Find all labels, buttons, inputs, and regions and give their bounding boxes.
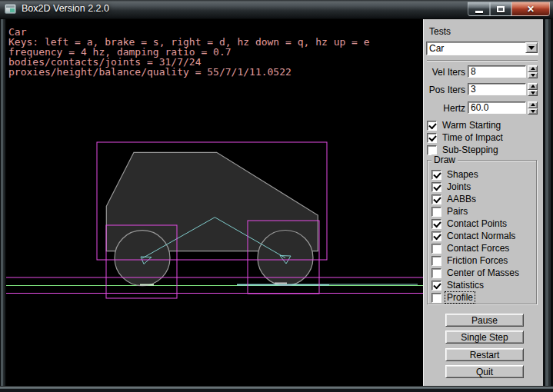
checkbox-sub-stepping[interactable]: Sub-Stepping bbox=[427, 145, 500, 155]
checkbox-label: Joints bbox=[445, 181, 472, 192]
dropdown-arrow-icon bbox=[528, 46, 535, 50]
checkbox-contact-normals[interactable]: Contact Normals bbox=[431, 231, 517, 241]
checkbox-label: Sub-Stepping bbox=[441, 145, 500, 155]
checkbox-time-of-impact[interactable]: Time of Impact bbox=[427, 132, 505, 143]
minimize-icon bbox=[475, 11, 483, 13]
checkbox-label: Statistics bbox=[445, 280, 485, 291]
checkbox-friction-forces[interactable]: Friction Forces bbox=[431, 255, 509, 266]
checkbox[interactable] bbox=[431, 281, 441, 291]
checkbox-label: AABBs bbox=[445, 194, 478, 204]
spinner-down-icon bbox=[531, 74, 535, 77]
checkbox-label: Pairs bbox=[445, 206, 469, 217]
tests-label: Tests bbox=[429, 26, 451, 37]
hertz-spinner-down[interactable] bbox=[528, 108, 538, 115]
pos-iters-spinner-down[interactable] bbox=[528, 90, 538, 97]
checkbox[interactable] bbox=[431, 207, 441, 217]
maximize-button[interactable] bbox=[490, 2, 511, 16]
spinner-down-icon bbox=[531, 91, 535, 95]
checkbox-label: Shapes bbox=[445, 169, 480, 180]
spinner-up-icon bbox=[531, 85, 535, 88]
checkbox-label: Contact Normals bbox=[445, 231, 517, 241]
window-border-bottom bbox=[0, 386, 553, 392]
minimize-button[interactable] bbox=[468, 2, 490, 16]
status-line-proxies: proxies/height/balance/quality = 55/7/1/… bbox=[8, 67, 291, 77]
checkbox[interactable] bbox=[431, 182, 441, 192]
checkbox-aabbs[interactable]: AABBs bbox=[431, 194, 478, 204]
pause-button[interactable]: Pause bbox=[445, 314, 524, 327]
tests-dropdown-button[interactable] bbox=[525, 42, 538, 53]
title-bar[interactable]: Box2D Version 2.2.0 ✕ bbox=[0, 0, 553, 19]
tests-dropdown-value: Car bbox=[429, 43, 444, 54]
checkbox-pairs[interactable]: Pairs bbox=[431, 206, 469, 217]
checkbox[interactable] bbox=[431, 194, 441, 204]
checkbox-label: Time of Impact bbox=[441, 132, 505, 143]
vel-iters-input[interactable] bbox=[468, 65, 526, 78]
spinner-down-icon bbox=[531, 110, 535, 113]
box2d-testbed-window: Box2D Version 2.2.0 ✕ bbox=[0, 0, 553, 392]
pos-iters-label: Pos Iters bbox=[427, 85, 465, 95]
simulation-canvas[interactable]: Car Keys: left = a, brake = s, right = d… bbox=[6, 19, 423, 386]
spinner-up-icon bbox=[531, 67, 535, 70]
pos-iters-spinner bbox=[528, 83, 538, 96]
vel-iters-spinner bbox=[528, 65, 538, 78]
checkbox-label: Center of Masses bbox=[445, 267, 521, 278]
checkbox[interactable] bbox=[431, 268, 441, 278]
checkbox[interactable] bbox=[431, 293, 441, 303]
vel-iters-spinner-down[interactable] bbox=[528, 72, 538, 79]
pos-iters-input[interactable] bbox=[468, 83, 526, 95]
hertz-spinner-up[interactable] bbox=[528, 101, 538, 108]
checkbox-label: Contact Forces bbox=[445, 243, 511, 254]
single-step-button[interactable]: Single Step bbox=[445, 331, 524, 344]
quit-button[interactable]: Quit bbox=[445, 365, 524, 378]
checkbox[interactable] bbox=[431, 170, 441, 180]
window-title: Box2D Version 2.2.0 bbox=[22, 3, 109, 14]
window-border-right bbox=[543, 19, 553, 386]
hertz-label: Hertz bbox=[427, 103, 465, 114]
control-panel: Tests Car Vel Iters Pos Iters Hertz Warm bbox=[423, 19, 543, 386]
separator bbox=[427, 60, 538, 61]
close-icon: ✕ bbox=[527, 5, 535, 14]
checkbox-label: Contact Points bbox=[445, 218, 508, 229]
tests-dropdown[interactable]: Car bbox=[426, 42, 538, 55]
checkbox-profile[interactable]: Profile bbox=[431, 292, 475, 303]
checkbox[interactable] bbox=[431, 256, 441, 266]
hertz-spinner bbox=[528, 101, 538, 115]
checkbox[interactable] bbox=[427, 133, 437, 143]
checkbox-joints[interactable]: Joints bbox=[431, 181, 472, 192]
checkbox[interactable] bbox=[431, 219, 441, 229]
checkbox-shapes[interactable]: Shapes bbox=[431, 169, 480, 180]
hertz-input[interactable] bbox=[468, 101, 526, 114]
draw-group-label: Draw bbox=[431, 154, 458, 165]
checkbox-label: Profile bbox=[445, 292, 475, 303]
restart-button[interactable]: Restart bbox=[445, 348, 524, 361]
checkbox-contact-points[interactable]: Contact Points bbox=[431, 218, 508, 229]
app-icon[interactable] bbox=[5, 4, 16, 14]
checkbox-label: Friction Forces bbox=[445, 255, 509, 266]
checkbox[interactable] bbox=[427, 145, 437, 155]
maximize-icon bbox=[497, 6, 505, 12]
window-border-left bbox=[0, 19, 6, 386]
checkbox-center-of-masses[interactable]: Center of Masses bbox=[431, 267, 521, 278]
checkbox-statistics[interactable]: Statistics bbox=[431, 280, 485, 291]
pos-iters-spinner-up[interactable] bbox=[528, 83, 538, 90]
checkbox[interactable] bbox=[431, 244, 441, 254]
spinner-up-icon bbox=[531, 103, 535, 106]
checkbox-contact-forces[interactable]: Contact Forces bbox=[431, 243, 511, 254]
checkbox-label: Warm Starting bbox=[441, 120, 502, 131]
checkbox[interactable] bbox=[431, 231, 441, 241]
vel-iters-spinner-up[interactable] bbox=[528, 65, 538, 72]
checkbox[interactable] bbox=[427, 121, 437, 131]
close-button[interactable]: ✕ bbox=[511, 2, 550, 16]
checkbox-warm-starting[interactable]: Warm Starting bbox=[427, 120, 502, 131]
vel-iters-label: Vel Iters bbox=[427, 67, 465, 78]
